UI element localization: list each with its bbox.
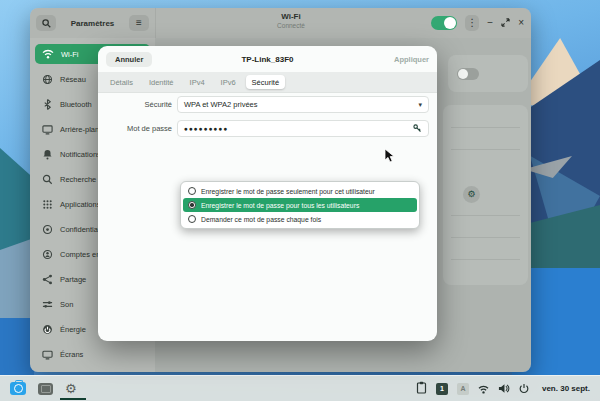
sidebar-item-label: Recherche (60, 175, 96, 184)
wifi-icon (42, 49, 54, 59)
background-toggle[interactable] (457, 68, 479, 80)
menu-option-store-user[interactable]: Enregistrer le mot de passe seulement po… (183, 184, 417, 198)
airplane-mode-card (448, 55, 528, 92)
security-row: Sécurité WPA et WPA2 privées ▾ (104, 96, 429, 113)
app-grid-icon (42, 199, 53, 210)
sidebar-item-label: Réseau (60, 75, 86, 84)
bell-icon (42, 149, 53, 160)
cancel-button[interactable]: Annuler (106, 52, 152, 67)
minimize-button[interactable]: − (487, 18, 493, 28)
radio-unchecked-icon (188, 215, 196, 223)
titlebar: Paramètres ≡ Wi-Fi Connecté ⋮ − (30, 8, 531, 38)
radio-checked-icon (188, 201, 196, 209)
panel-subtitle: Connecté (156, 22, 426, 29)
sidebar-item-label: Énergie (60, 325, 86, 334)
power-icon[interactable] (519, 380, 529, 398)
taskbar: ⚙ 1 A ven. 30 sept. (0, 375, 600, 401)
power-icon (42, 324, 53, 335)
network-dialog: Annuler TP-Link_83F0 Appliquer Détails I… (98, 46, 437, 341)
sidebar-item-label: Écrans (60, 350, 83, 359)
row-separator (451, 259, 520, 260)
taskbar-app-software[interactable] (10, 382, 26, 395)
mouse-cursor (384, 148, 396, 168)
input-method-badge[interactable]: A (457, 383, 469, 395)
volume-icon[interactable] (498, 380, 510, 398)
search-button[interactable] (36, 15, 56, 31)
visible-networks-card: ⚙ (443, 105, 528, 285)
gear-icon: ⚙ (467, 190, 475, 199)
caret-down-icon: ▾ (418, 101, 422, 109)
sidebar-item-label: Applications (60, 200, 100, 209)
password-label: Mot de passe (104, 124, 172, 133)
security-value: WPA et WPA2 privées (184, 100, 258, 109)
gear-icon: ⚙ (65, 382, 77, 395)
taskbar-app-settings[interactable]: ⚙ (65, 382, 77, 395)
hamburger-icon: ≡ (136, 18, 142, 28)
toggle-knob (458, 69, 468, 79)
share-icon (42, 274, 53, 285)
maximize-icon (501, 18, 510, 27)
desktop: Paramètres ≡ Wi-Fi Connecté ⋮ − (0, 0, 600, 401)
apply-button[interactable]: Appliquer (394, 55, 429, 64)
tab-securite[interactable]: Sécurité (246, 75, 286, 89)
toggle-knob (444, 17, 456, 29)
taskbar-status-area: 1 A ven. 30 sept. (416, 380, 590, 398)
software-store-icon (10, 382, 26, 395)
taskbar-app-screenshot[interactable] (38, 383, 53, 395)
privacy-icon (42, 224, 53, 235)
password-input[interactable]: ●●●●●●●●● (177, 120, 429, 137)
background-icon (42, 124, 53, 135)
sidebar-item-label: Bluetooth (60, 100, 92, 109)
sidebar-item-label: Son (60, 300, 73, 309)
wifi-status-icon[interactable] (478, 380, 489, 398)
row-separator (451, 215, 520, 216)
wifi-toggle[interactable] (431, 16, 457, 30)
network-settings-button[interactable]: ⚙ (463, 186, 480, 203)
sidebar-item-label: Partage (60, 275, 86, 284)
security-select[interactable]: WPA et WPA2 privées ▾ (177, 96, 429, 113)
key-icon (413, 124, 422, 133)
sidebar-item-label: Wi-Fi (61, 50, 79, 59)
network-globe-icon (42, 74, 53, 85)
dialog-body: Sécurité WPA et WPA2 privées ▾ Mot de pa… (98, 93, 437, 137)
radio-unchecked-icon (188, 187, 196, 195)
panel-header: Wi-Fi Connecté (156, 12, 426, 29)
search-icon (42, 19, 51, 28)
menu-option-store-all[interactable]: Enregistrer le mot de passe pour tous le… (183, 198, 417, 212)
sidebar-item-label: Arrière-plan (60, 125, 99, 134)
tab-ipv4[interactable]: IPv4 (184, 75, 211, 89)
titlebar-right: Wi-Fi Connecté ⋮ − × (155, 8, 531, 38)
kebab-icon: ⋮ (467, 18, 477, 28)
sound-icon (42, 299, 53, 310)
tab-ipv6[interactable]: IPv6 (215, 75, 242, 89)
screenshot-icon (38, 383, 53, 395)
search-icon (42, 174, 53, 185)
menu-option-label: Enregistrer le mot de passe pour tous le… (201, 202, 359, 209)
menu-option-ask-always[interactable]: Demander ce mot de passe chaque fois (183, 212, 417, 226)
password-value: ●●●●●●●●● (184, 125, 228, 132)
wallpaper-shape (0, 318, 34, 378)
clock-date[interactable]: ven. 30 sept. (542, 384, 590, 393)
titlebar-controls: ⋮ − × (431, 8, 524, 38)
security-label: Sécurité (104, 100, 172, 109)
tab-details[interactable]: Détails (104, 75, 139, 89)
dialog-header: Annuler TP-Link_83F0 Appliquer (98, 46, 437, 72)
main-menu-button[interactable]: ≡ (129, 15, 149, 31)
tab-identite[interactable]: Identité (143, 75, 180, 89)
maximize-button[interactable] (501, 18, 510, 29)
dialog-tabs: Détails Identité IPv4 IPv6 Sécurité (98, 72, 437, 93)
menu-option-label: Demander ce mot de passe chaque fois (201, 216, 321, 223)
panel-menu-button[interactable]: ⋮ (465, 15, 479, 31)
window-title: Paramètres (71, 19, 115, 28)
close-button[interactable]: × (518, 18, 524, 28)
row-separator (451, 237, 520, 238)
sidebar-item-label: Notifications (60, 150, 101, 159)
keyboard-layout-badge[interactable]: 1 (436, 383, 448, 395)
menu-option-label: Enregistrer le mot de passe seulement po… (201, 188, 375, 195)
row-separator (451, 127, 520, 128)
sidebar-item-ecrans[interactable]: Écrans (35, 344, 150, 364)
row-separator (451, 149, 520, 150)
titlebar-left: Paramètres ≡ (30, 8, 155, 38)
online-accounts-icon (42, 249, 53, 260)
clipboard-icon[interactable] (416, 380, 427, 398)
